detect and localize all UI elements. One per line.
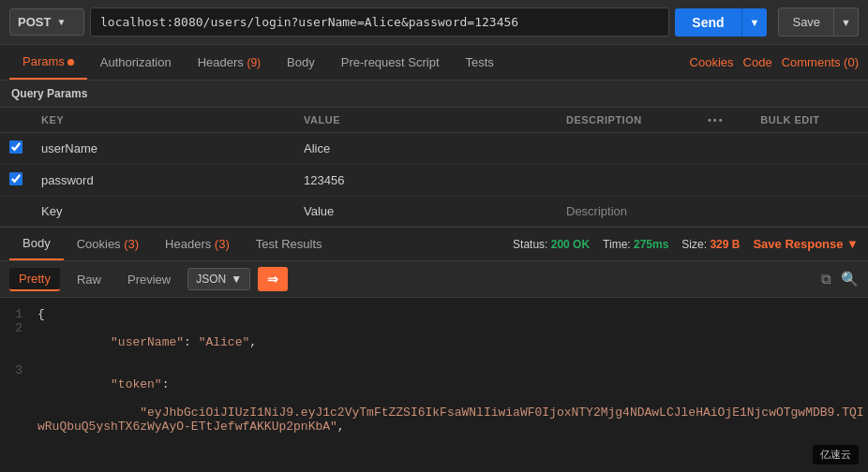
line-content-3: "token": "eyJhbGciOiJIUzI1NiJ9.eyJ1c2VyT… — [37, 363, 868, 438]
watermark: 亿速云 — [813, 445, 859, 465]
copy-icon[interactable]: ⧉ — [821, 271, 831, 288]
table-row: password 123456 — [0, 165, 868, 197]
code-line-3: 3 "token": "eyJhbGciOiJIUzI1NiJ9.eyJ1c2V… — [0, 363, 868, 438]
save-button[interactable]: Save — [778, 7, 834, 37]
cookies-badge: (3) — [124, 237, 139, 251]
top-tabs-bar: Params Authorization Headers (9) Body Pr… — [0, 45, 868, 81]
status-label: Status: 200 OK — [513, 238, 590, 251]
tab-authorization[interactable]: Authorization — [87, 46, 185, 79]
table-row-placeholder: Key Value Description — [0, 197, 868, 227]
tab-params[interactable]: Params — [9, 45, 87, 80]
url-bar: POST ▼ Send ▼ Save ▼ — [0, 0, 868, 45]
method-select[interactable]: POST ▼ — [9, 8, 84, 36]
bottom-tab-test-results[interactable]: Test Results — [243, 229, 336, 259]
headers-badge: (9) — [247, 56, 261, 69]
row1-checkbox-cell[interactable] — [0, 133, 32, 165]
code-link[interactable]: Code — [743, 55, 772, 69]
col-checkbox — [0, 108, 32, 133]
save-response-button[interactable]: Save Response ▼ — [753, 237, 859, 251]
placeholder-value[interactable]: Value — [294, 197, 557, 227]
url-input[interactable] — [90, 7, 669, 37]
preview-button[interactable]: Preview — [118, 269, 180, 290]
col-description: DESCRIPTION — [557, 108, 698, 133]
json-select[interactable]: JSON ▼ — [187, 268, 250, 290]
placeholder-description[interactable]: Description — [557, 197, 698, 227]
col-value: VALUE — [294, 108, 557, 133]
row1-key[interactable]: userName — [32, 133, 294, 165]
send-btn-group: Send ▼ — [675, 8, 767, 37]
time-label: Time: 275ms — [603, 238, 668, 251]
row2-description[interactable] — [557, 165, 698, 197]
params-dot — [67, 59, 74, 66]
tab-headers[interactable]: Headers (9) — [185, 46, 274, 79]
row2-checkbox-cell[interactable] — [0, 165, 32, 197]
format-bar: Pretty Raw Preview JSON ▼ ⇒ ⧉ 🔍 — [0, 261, 868, 298]
bottom-tabs-bar: Body Cookies (3) Headers (3) Test Result… — [0, 227, 868, 261]
search-icon[interactable]: 🔍 — [841, 271, 859, 288]
method-chevron-icon: ▼ — [56, 17, 66, 27]
line-num-3: 3 — [0, 363, 37, 377]
cookies-link[interactable]: Cookies — [690, 55, 734, 69]
json-chevron-icon: ▼ — [231, 273, 242, 286]
row2-value[interactable]: 123456 — [294, 165, 557, 197]
wrap-button[interactable]: ⇒ — [258, 267, 288, 291]
code-output[interactable]: 1 { 2 "userName": "Alice", 3 "token": "e… — [0, 298, 868, 438]
status-value: 200 OK — [551, 238, 590, 251]
bottom-tab-body[interactable]: Body — [9, 228, 64, 260]
placeholder-checkbox-cell — [0, 197, 32, 227]
row1-description[interactable] — [557, 133, 698, 165]
bottom-tab-cookies[interactable]: Cookies (3) — [64, 229, 152, 259]
tab-tests[interactable]: Tests — [453, 46, 507, 79]
params-table: KEY VALUE DESCRIPTION ••• Bulk Edit user… — [0, 108, 868, 227]
row2-checkbox[interactable] — [9, 172, 22, 185]
pretty-button[interactable]: Pretty — [9, 268, 60, 291]
more-options-icon[interactable]: ••• — [708, 114, 725, 125]
top-tabs-right: Cookies Code Comments (0) — [690, 55, 859, 69]
col-actions: ••• — [698, 108, 751, 133]
row1-value[interactable]: Alice — [294, 133, 557, 165]
col-key: KEY — [32, 108, 294, 133]
line-content-1: { — [37, 307, 868, 321]
bottom-status: Status: 200 OK Time: 275ms Size: 329 B S… — [513, 237, 859, 251]
query-params-title: Query Params — [0, 81, 868, 108]
size-label: Size: 329 B — [681, 238, 740, 251]
method-label: POST — [18, 15, 51, 29]
code-line-2: 2 "userName": "Alice", — [0, 321, 868, 363]
line-num-1: 1 — [0, 307, 37, 321]
row2-key[interactable]: password — [32, 165, 294, 197]
row1-checkbox[interactable] — [9, 140, 22, 154]
send-dropdown-button[interactable]: ▼ — [741, 8, 768, 37]
code-line-1: 1 { — [0, 307, 868, 321]
size-value: 329 B — [710, 238, 740, 251]
save-dropdown-button[interactable]: ▼ — [834, 7, 859, 37]
placeholder-key[interactable]: Key — [32, 197, 294, 227]
col-bulk-edit[interactable]: Bulk Edit — [751, 108, 868, 133]
tab-pre-request[interactable]: Pre-request Script — [328, 46, 453, 79]
raw-button[interactable]: Raw — [67, 269, 111, 290]
tab-body[interactable]: Body — [274, 46, 328, 79]
line-content-2: "userName": "Alice", — [37, 321, 868, 363]
time-value: 275ms — [634, 238, 668, 251]
send-button[interactable]: Send — [675, 8, 741, 37]
json-label: JSON — [196, 273, 226, 286]
save-btn-group: Save ▼ — [778, 7, 859, 37]
headers-response-badge: (3) — [215, 237, 230, 251]
format-right: ⧉ 🔍 — [821, 271, 859, 288]
table-row: userName Alice — [0, 133, 868, 165]
comments-link[interactable]: Comments (0) — [782, 55, 859, 69]
line-num-2: 2 — [0, 321, 37, 335]
bottom-tab-headers[interactable]: Headers (3) — [152, 229, 243, 259]
